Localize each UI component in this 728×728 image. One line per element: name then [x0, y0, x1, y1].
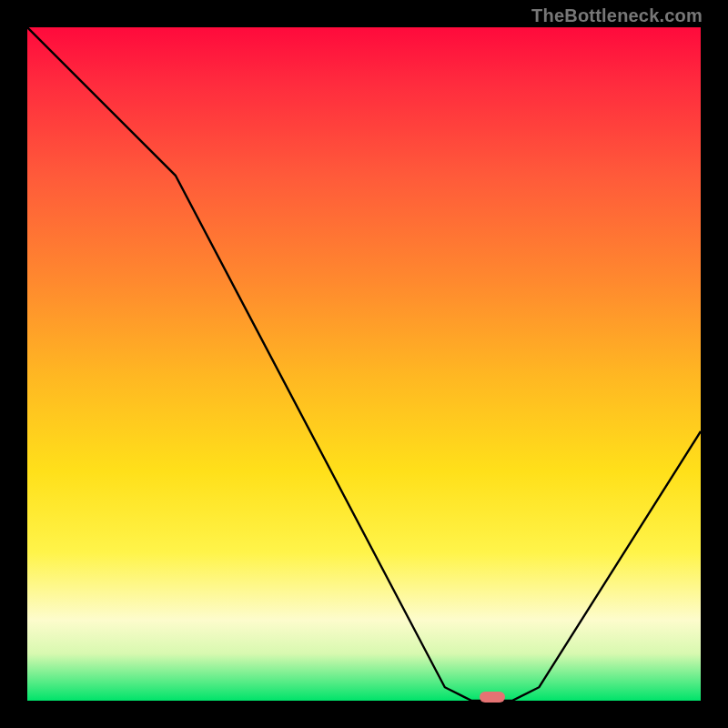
plot-gradient-background: [27, 27, 701, 701]
watermark-text: TheBottleneck.com: [531, 5, 703, 26]
chart-frame: TheBottleneck.com: [0, 0, 728, 728]
optimal-marker: [480, 692, 505, 703]
